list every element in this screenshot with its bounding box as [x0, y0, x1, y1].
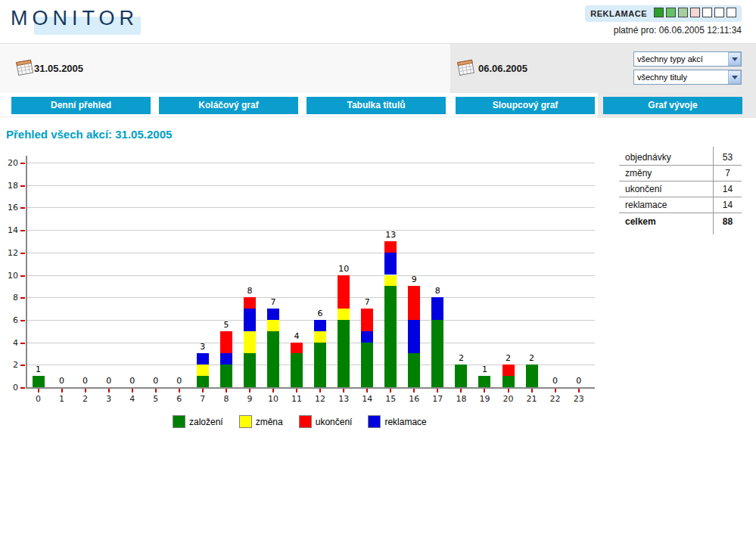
- bar-value-label: 13: [381, 230, 400, 240]
- bar-value-label: 0: [146, 376, 166, 386]
- bar-segment-založení: [384, 286, 397, 387]
- bar-segment-ukončení: [502, 365, 515, 376]
- x-axis-label: 7: [194, 394, 212, 404]
- summary-row: celkem88: [619, 213, 742, 229]
- reklamace-square: [714, 8, 724, 17]
- bar-value-label: 8: [428, 286, 447, 296]
- page-title: Přehled všech akcí: 31.05.2005: [6, 128, 172, 141]
- legend-label: změna: [256, 417, 283, 427]
- legend-label: ukončení: [316, 417, 353, 427]
- legend-swatch: [299, 415, 312, 428]
- grid-line: [27, 185, 595, 186]
- bar-value-label: 2: [499, 353, 518, 363]
- x-tick: [484, 389, 485, 393]
- tab-sloupcovy-graf[interactable]: Sloupcový graf: [456, 97, 595, 114]
- app-window: MONITOR REKLAMACE platné pro: 06.06.2005…: [0, 0, 756, 543]
- y-axis-label: 12: [0, 248, 18, 258]
- x-tick: [85, 389, 86, 393]
- bar-segment-reklamace: [197, 353, 209, 365]
- title-filter-select[interactable]: všechny tituly: [633, 70, 742, 85]
- y-tick: [20, 185, 25, 187]
- x-axis-label: 23: [570, 394, 588, 404]
- x-tick: [179, 389, 180, 393]
- grid-line: [27, 163, 595, 163]
- x-axis-label: 10: [264, 394, 282, 404]
- legend-label: založení: [189, 417, 223, 427]
- x-axis-label: 13: [334, 394, 353, 404]
- x-axis-label: 3: [100, 394, 118, 404]
- chevron-down-icon: [732, 57, 738, 61]
- bar-segment-reklamace: [431, 297, 443, 320]
- x-axis-label: 11: [288, 394, 306, 404]
- date-to: 06.06.2005: [478, 63, 527, 74]
- tab-denni-prehled[interactable]: Denní přehled: [11, 97, 151, 114]
- bar-segment-reklamace: [267, 309, 279, 320]
- type-filter-value: všechny typy akcí: [634, 54, 728, 64]
- bar-segment-ukončení: [338, 275, 350, 309]
- bar-value-label: 2: [451, 353, 471, 363]
- bar-segment-reklamace: [384, 253, 397, 275]
- x-tick: [366, 389, 368, 393]
- calendar-icon-to[interactable]: [456, 58, 476, 77]
- x-tick: [531, 389, 533, 393]
- y-axis-label: 2: [0, 360, 18, 370]
- bar-segment-založení: [220, 365, 232, 387]
- x-axis-label: 8: [217, 394, 235, 404]
- summary-row-label: objednávky: [619, 152, 714, 163]
- bar-segment-založení: [455, 365, 467, 387]
- bar-segment-založení: [291, 353, 303, 387]
- grid-line: [27, 343, 595, 343]
- legend-swatch: [239, 415, 252, 428]
- summary-row: objednávky53: [619, 150, 742, 166]
- top-header: MONITOR REKLAMACE platné pro: 06.06.2005…: [0, 0, 756, 43]
- bar-value-label: 0: [76, 376, 95, 386]
- chevron-down-icon: [732, 76, 738, 79]
- summary-row-label: celkem: [619, 216, 714, 227]
- x-tick: [226, 389, 227, 393]
- bar-value-label: 6: [310, 309, 330, 318]
- bar-value-label: 10: [334, 264, 353, 274]
- bar-segment-založení: [338, 320, 350, 387]
- summary-row-label: ukončení: [619, 184, 714, 194]
- bar-value-label: 0: [123, 376, 142, 386]
- grid-line: [27, 365, 595, 365]
- bar-segment-změna: [338, 309, 350, 320]
- y-tick: [20, 163, 25, 164]
- bar-segment-založení: [408, 353, 420, 387]
- bar-value-label: 0: [52, 376, 72, 386]
- x-tick: [319, 389, 321, 393]
- summary-row: reklamace14: [619, 197, 742, 213]
- x-tick: [343, 389, 344, 393]
- y-axis-label: 16: [0, 203, 18, 213]
- bar-segment-změna: [267, 320, 279, 331]
- bar-segment-reklamace: [244, 309, 256, 331]
- summary-row: změny7: [619, 166, 742, 182]
- x-tick: [390, 389, 391, 393]
- x-axis-label: 0: [30, 394, 48, 404]
- tab-kolacovy-graf[interactable]: Koláčový graf: [159, 97, 298, 114]
- y-tick: [20, 253, 25, 254]
- grid-line: [27, 230, 595, 231]
- x-axis-label: 14: [358, 394, 376, 404]
- y-tick: [20, 387, 25, 389]
- bar-value-label: 7: [263, 297, 283, 307]
- x-tick: [155, 389, 157, 393]
- bar-value-label: 0: [99, 376, 119, 386]
- bar-segment-ukončení: [408, 286, 420, 320]
- tab-tabulka-titulu[interactable]: Tabulka titulů: [306, 97, 446, 114]
- x-axis-label: 12: [311, 394, 329, 404]
- type-filter-dropdown-button[interactable]: [728, 52, 741, 66]
- x-axis-label: 6: [170, 394, 188, 404]
- x-axis-label: 2: [76, 394, 95, 404]
- legend-label: reklamace: [384, 417, 426, 427]
- summary-row: ukončení14: [619, 182, 742, 197]
- legend-item: změna: [239, 415, 283, 428]
- title-filter-dropdown-button[interactable]: [728, 70, 741, 84]
- y-axis-label: 8: [0, 293, 18, 303]
- app-logo: MONITOR: [11, 7, 138, 30]
- type-filter-select[interactable]: všechny typy akcí: [633, 51, 742, 67]
- calendar-icon-from[interactable]: [14, 58, 35, 77]
- bar-segment-založení: [267, 331, 279, 387]
- y-axis-label: 10: [0, 271, 18, 281]
- tab-graf-vyvoje[interactable]: Graf vývoje: [603, 97, 742, 114]
